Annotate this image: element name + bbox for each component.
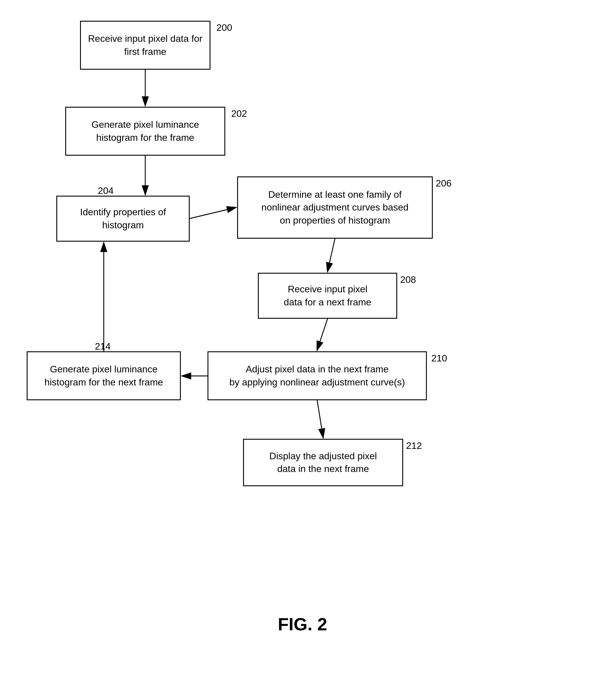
- label-208: 208: [400, 274, 416, 285]
- label-204: 204: [98, 185, 114, 196]
- svg-line-5: [317, 319, 328, 350]
- arrows-svg: [0, 0, 605, 652]
- label-210: 210: [431, 353, 447, 364]
- box-204: Identify properties ofhistogram: [56, 196, 190, 242]
- box-202: Generate pixel luminancehistogram for th…: [65, 107, 225, 156]
- svg-line-4: [328, 239, 335, 271]
- fig-label: FIG. 2: [278, 614, 327, 634]
- diagram-container: Receive input pixel data for first frame…: [0, 0, 605, 652]
- box-214: Generate pixel luminancehistogram for th…: [27, 351, 181, 400]
- label-212: 212: [406, 440, 422, 451]
- box-208: Receive input pixeldata for a next frame: [258, 273, 397, 319]
- box-212: Display the adjusted pixeldata in the ne…: [243, 439, 403, 486]
- svg-line-7: [317, 400, 323, 437]
- box-200: Receive input pixel data for first frame: [80, 21, 210, 70]
- box-210: Adjust pixel data in the next frameby ap…: [207, 351, 427, 400]
- label-200: 200: [217, 22, 232, 33]
- label-214: 214: [95, 341, 110, 352]
- svg-line-3: [190, 207, 236, 219]
- label-202: 202: [231, 108, 247, 119]
- box-206: Determine at least one family ofnonlinea…: [237, 176, 433, 239]
- label-206: 206: [436, 178, 451, 189]
